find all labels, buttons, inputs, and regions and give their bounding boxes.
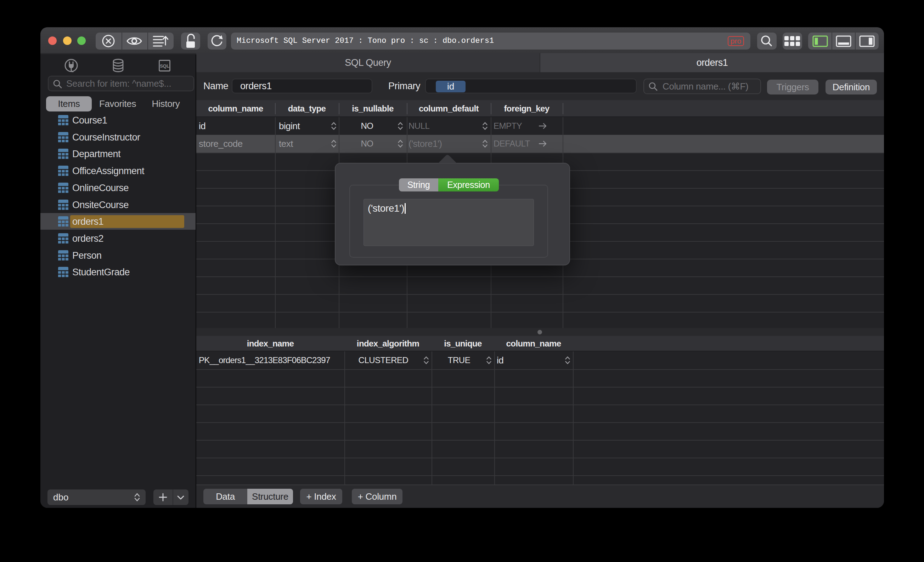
svg-text:SQL: SQL (160, 63, 170, 69)
